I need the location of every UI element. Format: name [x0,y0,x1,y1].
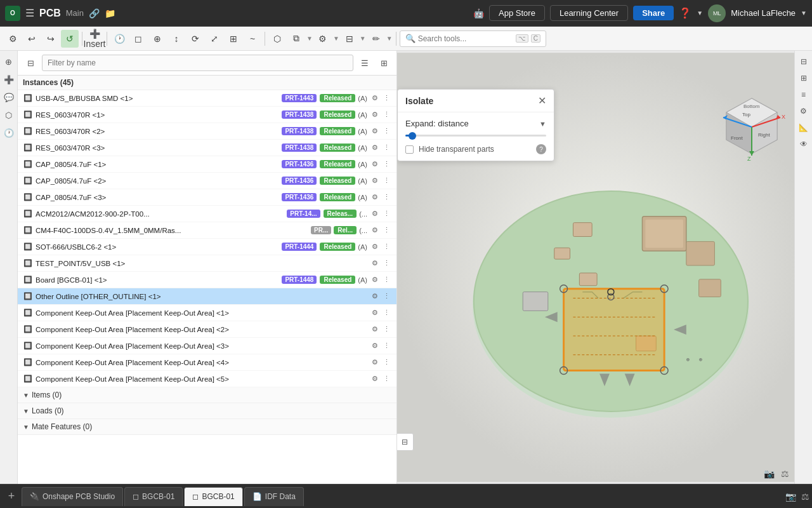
bottom-balance-icon[interactable]: ⚖ [801,491,809,502]
row-mate-icon[interactable]: ⚙ [370,93,380,104]
row-mate-icon[interactable]: ⚙ [370,374,380,384]
distance-slider[interactable] [405,135,546,137]
loads-section[interactable]: ▼ Loads (0) [18,403,396,419]
right-mini-view-icon[interactable]: 👁 [797,137,811,151]
tab-bgcb-01-active[interactable]: ◻ BGCB-01 [184,487,242,506]
row-mate-icon[interactable]: ⚙ [370,143,380,153]
right-mini-layout-icon[interactable]: ⊟ [797,55,811,69]
panel-list-icon[interactable]: ☰ [357,55,372,70]
row-more-icon[interactable]: ⋮ [381,258,391,269]
sidebar-cursor-icon[interactable]: ⊕ [2,55,16,69]
hide-transparent-checkbox[interactable] [405,145,414,154]
toolbar-inspect-icon[interactable]: ⧉ [287,30,305,48]
row-mate-icon[interactable]: ⚙ [370,225,380,236]
row-more-icon[interactable]: ⋮ [381,275,391,285]
add-tab-button[interactable]: + [3,488,20,505]
expand-list-button[interactable]: ⊟ [397,433,414,451]
instance-row[interactable]: 🔲 RES_0603/470R <1> PRT-1438 Released (A… [18,107,396,123]
toolbar-select-icon[interactable]: ⬡ [268,30,286,48]
instance-row[interactable]: 🔲 Component Keep-Out Area [Placement Kee… [18,305,396,321]
instance-row[interactable]: 🔲 RES_0603/470R <2> PRT-1438 Released (A… [18,123,396,140]
row-more-icon[interactable]: ⋮ [381,143,391,153]
instance-row[interactable]: 🔲 RES_0603/470R <3> PRT-1438 Released (A… [18,140,396,156]
app-store-button[interactable]: App Store [489,5,545,21]
camera-icon[interactable]: 📷 [764,469,775,479]
help-dropdown-icon[interactable]: ▼ [697,10,703,17]
orientation-cube[interactable]: X Z Top Right Front Bottom [717,92,787,162]
learning-center-button[interactable]: Learning Center [550,5,628,21]
row-more-icon[interactable]: ⋮ [381,159,391,170]
toolbar-undo-icon[interactable]: ↩ [23,30,41,48]
row-mate-icon[interactable]: ⚙ [370,324,380,335]
row-mate-icon[interactable]: ⚙ [370,341,380,351]
row-more-icon[interactable]: ⋮ [381,358,391,368]
panel-filter-icon[interactable]: ⊟ [23,55,38,70]
row-mate-icon[interactable]: ⚙ [370,308,380,318]
row-more-icon[interactable]: ⋮ [381,374,391,384]
search-tools-input[interactable] [418,34,513,43]
row-mate-icon[interactable]: ⚙ [370,192,380,203]
instance-row[interactable]: 🔲 USB-A/S_B/BUSBA SMD <1> PRT-1443 Relea… [18,90,396,107]
row-more-icon[interactable]: ⋮ [381,209,391,219]
balance-icon[interactable]: ⚖ [781,469,789,479]
toolbar-settings-icon[interactable]: ⚙ [4,30,22,48]
row-more-icon[interactable]: ⋮ [381,110,391,120]
sidebar-add-icon[interactable]: ➕ [2,72,16,86]
row-more-icon[interactable]: ⋮ [381,176,391,186]
expand-dropdown-arrow[interactable]: ▼ [539,120,546,128]
tab-bgcb-01-first[interactable]: ◻ BGCB-01 [124,487,183,506]
instance-row[interactable]: 🔲 Component Keep-Out Area [Placement Kee… [18,338,396,354]
help-circle-icon[interactable]: ? [536,144,546,154]
toolbar-arrow-icon[interactable]: ↕ [167,30,185,48]
row-mate-icon[interactable]: ⚙ [370,258,380,269]
right-mini-grid-icon[interactable]: ⊞ [797,71,811,85]
instance-row[interactable]: 🔲 Board [BGCB-01] <1> PRT-1448 Released … [18,272,396,288]
row-mate-icon[interactable]: ⚙ [370,110,380,120]
sidebar-history-icon[interactable]: 🕐 [2,126,16,140]
row-more-icon[interactable]: ⋮ [381,242,391,252]
items-section[interactable]: ▼ Items (0) [18,387,396,403]
instance-row-selected[interactable]: 🔲 Other Outline [OTHER_OUTLINE] <1> ⚙ ⋮ [18,288,396,305]
toolbar-route-icon[interactable]: ~ [244,30,261,48]
row-more-icon[interactable]: ⋮ [381,225,391,236]
row-mate-icon[interactable]: ⚙ [370,176,380,186]
instance-row[interactable]: 🔲 Component Keep-Out Area [Placement Kee… [18,371,396,387]
toolbar-box-icon[interactable]: ◻ [129,30,147,48]
tab-onshape-pcb-studio[interactable]: 🔌 Onshape PCB Studio [22,487,123,506]
link-icon[interactable]: 🔗 [89,8,100,18]
row-more-icon[interactable]: ⋮ [381,308,391,318]
insert-button[interactable]: ➕ Insert [86,30,103,48]
instance-row[interactable]: 🔲 CAP_0805/4.7uF <2> PRT-1436 Released (… [18,173,396,189]
row-mate-icon[interactable]: ⚙ [370,291,380,302]
hamburger-menu-icon[interactable]: ☰ [25,7,34,19]
row-more-icon[interactable]: ⋮ [381,93,391,104]
row-mate-icon[interactable]: ⚙ [370,126,380,137]
right-mini-measure-icon[interactable]: 📐 [797,121,811,135]
tab-idf-data[interactable]: 📄 IDF Data [244,487,304,506]
toolbar-align-icon[interactable]: ⊞ [225,30,242,48]
robot-icon[interactable]: 🤖 [473,8,484,18]
toolbar-view-icon[interactable]: ⊟ [341,30,358,48]
toolbar-redo-icon[interactable]: ↪ [42,30,60,48]
user-dropdown-icon[interactable]: ▼ [801,10,807,17]
instance-row[interactable]: 🔲 SOT-666/USBLC6-2 <1> PRT-1444 Released… [18,239,396,255]
row-mate-icon[interactable]: ⚙ [370,358,380,368]
row-more-icon[interactable]: ⋮ [381,126,391,137]
instance-row[interactable]: 🔲 TEST_POINT/5V_USB <1> ⚙ ⋮ [18,255,396,272]
row-more-icon[interactable]: ⋮ [381,291,391,302]
right-mini-layers-icon[interactable]: ≡ [797,88,811,102]
mate-features-section[interactable]: ▼ Mate Features (0) [18,419,396,435]
instance-row[interactable]: 🔲 CM4-F40C-100DS-0.4V_1.5MM_0MM/Ras... P… [18,222,396,239]
toolbar-active-icon[interactable]: ↺ [61,30,79,48]
instance-row[interactable]: 🔲 Component Keep-Out Area [Placement Kee… [18,354,396,371]
row-mate-icon[interactable]: ⚙ [370,209,380,219]
sidebar-chat-icon[interactable]: 💬 [2,90,16,104]
bottom-camera-icon[interactable]: 📷 [785,491,796,502]
toolbar-pen-icon[interactable]: ✏ [367,30,385,48]
instance-row[interactable]: 🔲 CAP_0805/4.7uF <3> PRT-1436 Released (… [18,189,396,206]
toolbar-gear-icon[interactable]: ⚙ [314,30,332,48]
popup-close-button[interactable]: ✕ [538,95,546,107]
toolbar-clock-icon[interactable]: 🕐 [110,30,128,48]
filter-input[interactable] [42,55,353,71]
folder-icon[interactable]: 📁 [105,8,115,18]
